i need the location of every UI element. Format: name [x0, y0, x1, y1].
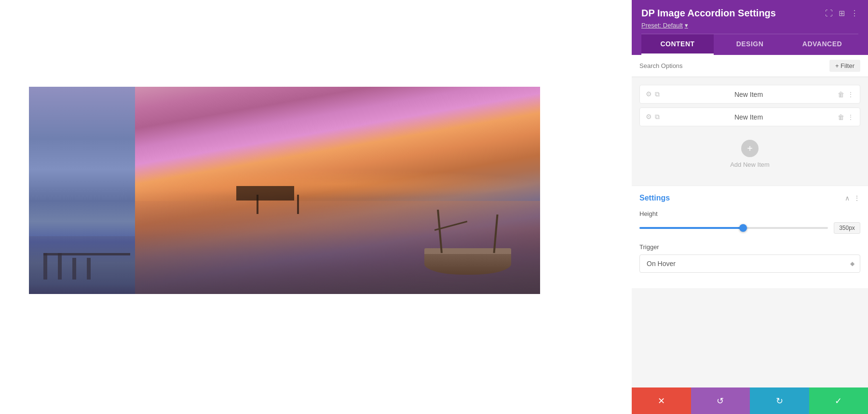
trigger-select[interactable]: On Hover On Click — [639, 254, 860, 273]
height-slider-thumb[interactable] — [739, 224, 747, 232]
panel-header: DP Image Accordion Settings ⛶ ⊞ ⋮ Preset… — [632, 0, 868, 55]
preset-arrow: ▾ — [685, 22, 688, 29]
item-row: ⚙ ⧉ New Item 🗑 ⋮ — [639, 85, 860, 104]
delete-icon[interactable]: 🗑 — [838, 91, 844, 98]
canvas-image — [29, 87, 540, 294]
redo-button[interactable]: ↻ — [750, 387, 809, 414]
item-label: New Item — [664, 91, 834, 98]
tab-design[interactable]: Design — [714, 34, 786, 55]
item-row: ⚙ ⧉ New Item 🗑 ⋮ — [639, 107, 860, 126]
settings-title: Settings — [639, 194, 670, 202]
item-right-icons: 🗑 ⋮ — [838, 113, 854, 121]
delete-icon[interactable]: 🗑 — [838, 113, 844, 121]
height-field-group: Height 350px — [639, 210, 860, 234]
trigger-label: Trigger — [639, 243, 860, 251]
panel-header-icons: ⛶ ⊞ ⋮ — [825, 9, 858, 18]
panel-body: + Filter ⚙ ⧉ New Item 🗑 ⋮ ⚙ — [632, 55, 868, 387]
items-section: ⚙ ⧉ New Item 🗑 ⋮ ⚙ ⧉ New Item 🗑 ⋮ — [632, 77, 868, 186]
item-left-icons: ⚙ ⧉ — [646, 90, 660, 98]
gear-icon[interactable]: ⚙ — [646, 113, 652, 121]
tab-advanced[interactable]: Advanced — [786, 34, 858, 55]
trigger-select-wrapper: On Hover On Click ◆ — [639, 254, 860, 273]
item-right-icons: 🗑 ⋮ — [838, 91, 854, 98]
height-value[interactable]: 350px — [834, 222, 860, 234]
duplicate-icon[interactable]: ⧉ — [655, 90, 660, 98]
water-reflection — [135, 201, 540, 294]
image-left-panel — [29, 87, 135, 294]
bottom-toolbar: ✕ ↺ ↻ ✓ — [632, 387, 868, 414]
gear-icon[interactable]: ⚙ — [646, 90, 652, 98]
add-new-label: Add New Item — [730, 161, 770, 168]
item-more-icon[interactable]: ⋮ — [847, 113, 854, 121]
tab-content[interactable]: Content — [641, 34, 714, 55]
image-right-panel — [135, 87, 540, 294]
canvas-area — [0, 0, 632, 414]
panels-icon[interactable]: ⊞ — [839, 9, 845, 18]
height-slider-row: 350px — [639, 222, 860, 234]
save-button[interactable]: ✓ — [809, 387, 868, 414]
settings-header: Settings ∧ ⋮ — [639, 194, 860, 202]
undo-button[interactable]: ↺ — [691, 387, 750, 414]
settings-more-icon[interactable]: ⋮ — [854, 194, 860, 202]
more-options-icon[interactable]: ⋮ — [851, 9, 858, 18]
collapse-icon[interactable]: ∧ — [845, 194, 850, 202]
add-new-item-button[interactable]: + Add New Item — [639, 130, 860, 178]
settings-panel: DP Image Accordion Settings ⛶ ⊞ ⋮ Preset… — [632, 0, 868, 414]
filter-button[interactable]: + Filter — [829, 60, 860, 72]
boat-decoration — [424, 251, 511, 275]
item-label: New Item — [664, 113, 834, 121]
item-left-icons: ⚙ ⧉ — [646, 113, 660, 121]
preset-row[interactable]: Preset: Default ▾ — [641, 22, 858, 29]
settings-section: Settings ∧ ⋮ Height 350px — [632, 186, 868, 288]
settings-header-icons: ∧ ⋮ — [845, 194, 860, 202]
cancel-button[interactable]: ✕ — [632, 387, 691, 414]
add-circle-icon: + — [741, 140, 759, 157]
preset-label: Preset: Default — [641, 22, 683, 29]
search-input[interactable] — [639, 62, 826, 69]
item-more-icon[interactable]: ⋮ — [847, 91, 854, 98]
height-label: Height — [639, 210, 860, 217]
height-slider-track[interactable] — [639, 227, 828, 229]
search-bar: + Filter — [632, 55, 868, 77]
duplicate-icon[interactable]: ⧉ — [655, 113, 660, 121]
screen-icon[interactable]: ⛶ — [825, 9, 833, 18]
height-slider-fill — [639, 227, 743, 229]
trigger-field-group: Trigger On Hover On Click ◆ — [639, 243, 860, 273]
tabs-row: Content Design Advanced — [641, 34, 858, 55]
panel-title: DP Image Accordion Settings — [641, 8, 776, 19]
